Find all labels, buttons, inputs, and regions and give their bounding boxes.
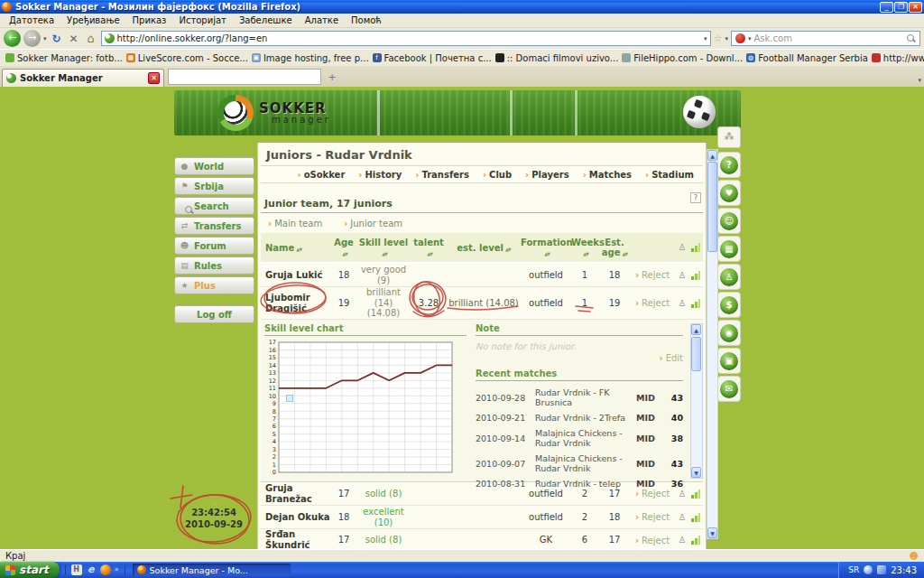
sort-icon[interactable]: ▲▼ [505,247,511,253]
close-button[interactable]: ✕ [909,2,922,13]
reject-link[interactable]: ›Reject [631,270,674,280]
finances-tile[interactable]: $ [717,292,741,318]
chart-icon[interactable] [691,513,700,522]
back-button[interactable]: ← [4,30,21,47]
internet-explorer-icon[interactable]: e [86,564,97,575]
language-indicator[interactable]: SR [848,565,859,574]
scroll-down-icon[interactable]: ▼ [691,467,701,478]
stop-icon[interactable]: ✕ [67,33,81,45]
sort-icon[interactable]: ▲▼ [427,252,432,257]
player-name[interactable]: Gruja Branežac [261,483,331,505]
menu-item[interactable]: Помоћ [346,14,387,26]
match-row[interactable]: 2010-09-14Malajnica Chickens - Rudar Vrd… [476,425,683,451]
reject-link[interactable]: ›Reject [631,489,674,499]
minimize-button[interactable]: _ [880,2,893,13]
column-header-age[interactable]: Age▲▼ [331,238,356,257]
health-tile[interactable]: ♥ [717,180,741,206]
menu-item[interactable]: Уређивање [61,14,125,26]
player-name[interactable]: Ljubomir Dragišić [261,293,331,314]
url-dropdown-icon[interactable]: ▾ [704,35,707,42]
search-icon[interactable] [907,34,916,43]
finances-icon[interactable]: $ [720,296,738,314]
nav-link-players[interactable]: ›Players [525,170,569,180]
star-dropdown-icon[interactable]: ▾ [725,35,728,42]
help-tile[interactable]: ? [717,152,741,178]
calendar-tile[interactable]: ▦ [717,236,741,262]
history-dropdown-icon[interactable]: ▾ [43,35,47,42]
compare-icon[interactable]: ♙ [679,536,687,545]
start-button[interactable]: start [0,562,60,578]
scroll-up-icon[interactable]: ▲ [691,324,701,335]
players-tile[interactable]: ☺ [717,208,741,234]
training-icon[interactable]: ♙ [720,268,738,286]
column-header-name[interactable]: Name▲▼ [261,243,331,253]
sort-icon[interactable]: ▲▼ [296,247,301,253]
forward-button[interactable]: → [23,30,41,47]
nav-link-transfers[interactable]: ›Transfers [415,170,469,180]
search-bar[interactable]: ▾ Ask.com [731,31,920,46]
bookmark-item[interactable]: http://www.srbija-net... [872,53,924,63]
messages-tile[interactable]: ▣ [717,348,741,374]
players-icon[interactable]: ☺ [720,212,738,230]
scrollbar-thumb[interactable] [691,337,701,371]
chart-icon[interactable] [691,489,700,499]
tab-close-icon[interactable]: ✕ [148,72,160,84]
compare-icon[interactable]: ♙ [679,271,687,280]
nav-link-club[interactable]: ›Club [483,170,512,180]
menu-item[interactable]: Алатке [300,14,344,26]
page-scrollbar[interactable]: ▲ ▼ [707,149,718,539]
nav-link-stadium[interactable]: ›Stadium [645,170,694,180]
world-tile[interactable]: ◉ [717,320,741,346]
engine-dropdown-icon[interactable]: ▾ [748,35,752,42]
new-tab-button[interactable]: + [324,69,340,85]
utorrent-icon[interactable]: H [71,564,82,575]
menu-item[interactable]: Датотека [4,14,60,26]
mail-tile[interactable]: ✉ [717,376,741,402]
column-header-est-age[interactable]: Est. age▲▼ [598,238,631,257]
sort-icon[interactable]: ▲▼ [382,252,387,257]
player-name[interactable]: Gruja Lukić [261,270,331,281]
menu-item[interactable]: Приказ [127,14,172,26]
messages-icon[interactable]: ▣ [720,352,738,370]
match-row[interactable]: 2010-09-21Rudar Vrdnik - 2TrefaMID40 [476,410,683,425]
column-header-weeks[interactable]: Weeks▲▼ [571,238,598,257]
world-icon[interactable]: ◉ [720,324,738,342]
tab-sokker-manager[interactable]: Sokker Manager ✕ [2,69,164,87]
scroll-down-icon[interactable]: ▼ [707,527,717,538]
address-bar[interactable]: http://online.sokker.org/?lang=en ▾ [101,31,711,46]
menu-item[interactable]: Забелешке [234,14,298,26]
edit-note-link[interactable]: › Edit [476,353,683,363]
sort-icon[interactable]: ▲▼ [623,252,628,257]
chart-icon[interactable] [691,536,700,545]
firefox-launcher-icon[interactable] [100,564,111,575]
empty-tab-slot[interactable] [168,69,321,85]
sidebar-item-search[interactable]: Search [174,197,254,215]
edit-label[interactable]: Edit [666,353,683,363]
sidebar-item-transfers[interactable]: ⇄Transfers [174,217,254,235]
match-row[interactable]: 2010-09-28Rudar Vrdnik - FK BrusnicaMID4… [476,385,683,410]
column-header-formation[interactable]: Formation▲▼ [521,238,571,257]
sidebar-item-forum[interactable]: ☻Forum [174,237,254,255]
bookmark-item[interactable]: ▣Image hosting, free p... [252,53,369,63]
compare-icon[interactable]: ♙ [679,243,687,252]
chart-icon[interactable] [691,299,700,308]
match-row[interactable]: 2010-08-31Rudar Vrdnik - telepMID36 [476,476,683,489]
subnav-main-team[interactable]: ›Main team [268,219,322,228]
sidebar-item-plus[interactable]: ★Plus [174,276,254,294]
detail-scrollbar[interactable]: ▲ ▼ [690,323,703,479]
tray-icon[interactable] [877,565,886,574]
bookmark-item[interactable]: :: Domaci filmovi uzivo... [495,53,619,63]
share-icon[interactable]: ⁂ [717,126,741,148]
nav-link-matches[interactable]: ›Matches [583,170,632,180]
quicklaunch-overflow-icon[interactable]: » [115,564,119,575]
home-icon[interactable]: ⌂ [84,32,98,45]
reject-link[interactable]: ›Reject [631,512,674,522]
compare-icon[interactable]: ♙ [679,489,687,499]
training-tile[interactable]: ♙ [717,264,741,290]
chart-icon[interactable] [691,271,700,280]
compare-icon[interactable]: ♙ [679,299,687,308]
sidebar-item-world[interactable]: ●World [174,157,254,175]
ask-engine-icon[interactable] [735,33,745,43]
mail-icon[interactable]: ✉ [720,380,738,398]
tab-list-dropdown-icon[interactable]: ▾ [918,77,921,84]
